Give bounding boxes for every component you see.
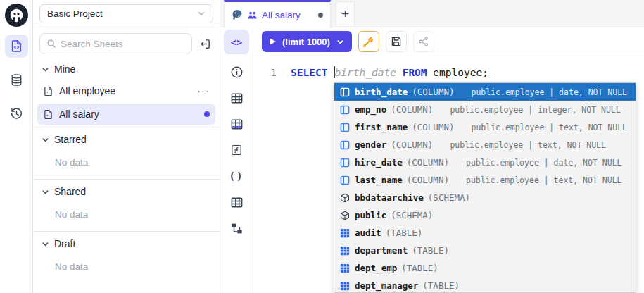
save-sheet-button[interactable] [386,31,407,52]
code-text: SELECT birth_date FROM employee; [282,66,488,80]
code-panel-icon[interactable]: <> [224,30,249,54]
suggestion-kind: (TABLE) [422,280,460,291]
tab-all-salary[interactable]: All salary [224,0,331,27]
suggestion-name: hire_date [355,157,403,168]
table-icon [339,280,350,291]
suggestion-name: last_name [355,175,403,185]
project-select-value: Basic Project [47,8,103,19]
suggestion-item[interactable]: dept_manager (TABLE) [334,277,636,293]
suggestion-item[interactable]: public (SCHEMA) [334,206,636,224]
schema-diagram-icon[interactable] [228,220,245,237]
suggestion-kind: (COLUMN) [391,104,433,115]
section-label: Starred [54,134,87,145]
column-icon [339,139,350,150]
empty-placeholder: No data [33,150,220,179]
tab-bar: All salary + [220,0,644,27]
keyword-from: FROM [396,67,427,78]
chevron-down-icon [336,38,344,46]
format-sql-button[interactable] [358,31,379,52]
function-icon[interactable] [228,142,245,158]
ghost-suggestion: birth_date [335,67,396,78]
sheet-item-all-employee[interactable]: All employee ··· [37,80,215,101]
suggestion-item[interactable]: first_name (COLUMN) public.employee | te… [334,118,636,136]
suggestion-kind: (COLUMN) [412,122,454,132]
suggestion-item[interactable]: emp_no (COLUMN) public.employee | intege… [334,101,636,118]
sheet-item-label: All salary [59,108,99,120]
sheet-item-all-salary[interactable]: All salary [37,104,215,125]
code-line-1: 1 SELECT birth_date FROM employee; [253,66,644,80]
suggestion-item[interactable]: department (TABLE) [334,242,636,259]
suggestion-name: gender [355,139,386,150]
empty-placeholder: No data [33,254,220,283]
suggestion-name: dept_manager [355,280,418,291]
suggestion-detail: public.employee | text, NOT NULL [450,140,606,150]
chevron-down-icon [42,188,49,196]
search-input[interactable] [61,39,185,49]
column-icon [339,122,350,132]
unsaved-dot [204,111,210,117]
search-icon [46,39,56,49]
play-icon [270,38,276,45]
table-panel-icon[interactable] [228,89,245,106]
table-data-icon[interactable] [228,116,245,132]
import-sheet-icon[interactable] [197,35,213,52]
bytebase-logo-icon[interactable] [5,4,28,27]
sidebar-section-draft[interactable]: Draft [33,232,220,254]
tab-label: All salary [262,10,301,20]
chevron-down-icon [197,9,206,18]
suggestion-item[interactable]: birth_date (COLUMN) public.employee | da… [334,83,636,101]
suggestion-item[interactable]: last_name (COLUMN) public.employee | tex… [334,171,636,189]
save-icon [391,36,402,47]
suggestion-kind: (TABLE) [386,227,423,238]
section-label: Draft [54,238,75,249]
suggestion-detail: public.employee | text, NOT NULL [466,175,622,185]
postgresql-icon [232,9,243,20]
search-box[interactable] [39,33,192,54]
chevron-down-icon [42,240,49,248]
sidebar-header: Basic Project [33,0,220,27]
suggestion-kind: (SCHEMA) [428,192,470,203]
more-icon[interactable]: ··· [197,88,210,94]
suggestion-item[interactable]: gender (COLUMN) public.employee | text, … [334,136,636,154]
sidebar-section-shared[interactable]: Shared [33,180,220,202]
suggestion-item[interactable]: hire_date (COLUMN) public.employee | dat… [334,154,636,171]
run-query-button[interactable]: (limit 1000) [262,31,352,52]
rail-database-button[interactable] [5,68,28,92]
suggestion-detail: public.employee | text, NOT NULL [471,123,627,132]
suggestion-kind: (TABLE) [412,245,449,256]
suggestion-detail: public.employee | date, NOT NULL [471,87,627,97]
suggestion-item[interactable]: bbdataarchive (SCHEMA) [334,189,636,206]
suggestion-name: first_name [355,122,408,132]
suggestion-detail: public.employee | integer, NOT NULL [450,105,620,115]
project-select[interactable]: Basic Project [39,4,213,23]
table-list-icon[interactable] [228,194,245,211]
rail-sheet-button[interactable] [5,35,28,58]
suggestion-kind: (COLUMN) [412,87,454,97]
share-sheet-button[interactable] [413,31,434,52]
info-icon[interactable] [228,63,245,80]
suggestion-kind: (TABLE) [401,263,438,273]
rail-history-button[interactable] [5,102,28,125]
suggestion-item[interactable]: dept_emp (TABLE) [334,259,636,277]
suggestion-name: department [355,245,408,256]
suggestion-item[interactable]: audit (TABLE) [334,224,636,242]
suggestion-kind: (COLUMN) [407,175,449,185]
sidebar-section-starred[interactable]: Starred [33,127,220,150]
sidebar-section-mine[interactable]: Mine [33,57,220,80]
new-tab-button[interactable]: + [336,1,355,26]
suggestion-name: dept_emp [355,263,397,273]
sheet-item-label: All employee [59,85,115,96]
chevron-down-icon [42,66,49,73]
suggestion-name: public [355,210,386,220]
suggestion-kind: (COLUMN) [407,157,449,168]
column-icon [339,175,350,185]
suggestion-name: birth_date [355,87,408,97]
table-icon [339,245,350,256]
share-icon [418,36,429,47]
column-icon [339,157,350,168]
section-label: Mine [54,63,75,75]
sheet-icon [43,109,53,120]
section-label: Shared [54,186,86,197]
parentheses-icon[interactable]: () [228,168,245,185]
code-plain: employee; [427,67,488,78]
